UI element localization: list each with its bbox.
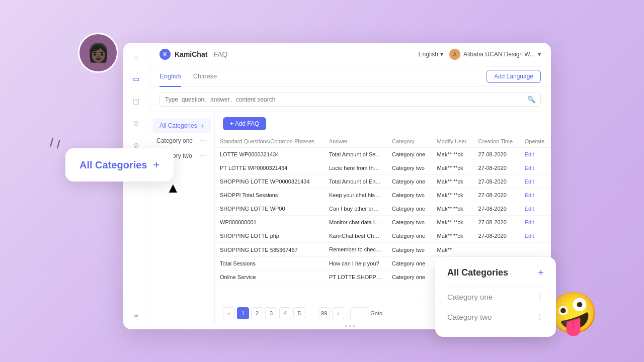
cell-question: SHOPPI Total Sessions bbox=[215, 189, 324, 202]
dot-2 bbox=[349, 325, 351, 327]
cell-time: 27-08-2020 bbox=[473, 229, 520, 243]
table-row: WP000000001 Monitor chat data in real ti… bbox=[215, 216, 551, 229]
page-1-button[interactable]: 1 bbox=[237, 307, 249, 319]
tabs-bar: English Chinese Add Language bbox=[149, 66, 551, 87]
cat-panel-title: All Categories bbox=[447, 267, 508, 278]
cell-category: Category one bbox=[387, 257, 432, 270]
cell-category: Category two bbox=[387, 216, 432, 229]
left-nav: All Categories + Category one ⋯ Category… bbox=[149, 112, 215, 323]
page-4-button[interactable]: 4 bbox=[279, 307, 291, 319]
all-categories-bubble[interactable]: All Categories + bbox=[65, 148, 174, 182]
tab-chinese[interactable]: Chinese bbox=[193, 66, 217, 87]
cell-answer: PT LOTTE SHOPPING INDONESIA bbox=[324, 270, 387, 284]
user-chevron: ▾ bbox=[538, 51, 541, 58]
dot-1 bbox=[345, 325, 347, 327]
cell-answer: Keep your chat history for a long bbox=[324, 189, 387, 202]
add-language-button[interactable]: Add Language bbox=[487, 70, 541, 83]
cell-answer: Monitor chat data in real time bbox=[324, 216, 387, 229]
sidebar-icon-faq[interactable]: ▭ bbox=[130, 73, 142, 85]
avatar-float: 👩🏿 bbox=[78, 33, 118, 73]
page-last-button[interactable]: 99 bbox=[318, 307, 330, 319]
cat-panel-header: All Categories + bbox=[447, 267, 544, 279]
nav-item-all-categories[interactable]: All Categories + bbox=[152, 118, 211, 133]
nav-cat-two-dots[interactable]: ⋯ bbox=[200, 152, 207, 160]
cat-panel-item-two[interactable]: Category two ⋮ bbox=[447, 307, 544, 327]
cat-panel-item-two-dots[interactable]: ⋮ bbox=[536, 312, 544, 322]
cell-operate: Edit bbox=[520, 175, 551, 189]
search-input[interactable] bbox=[165, 96, 524, 103]
tabs-bar-right: Add Language bbox=[487, 70, 541, 83]
language-selector[interactable]: English ▾ bbox=[419, 51, 443, 58]
cat-panel-item-one-dots[interactable]: ⋮ bbox=[536, 292, 544, 302]
edit-link[interactable]: Edit bbox=[525, 178, 534, 185]
cell-category: Category one bbox=[387, 229, 432, 243]
cell-time: 27-08-2020 bbox=[473, 189, 520, 202]
col-user: Modify User bbox=[432, 135, 473, 148]
cell-operate: Edit bbox=[520, 161, 551, 175]
goto-label: Goto bbox=[370, 310, 382, 316]
prev-page-button[interactable]: ‹ bbox=[223, 307, 235, 319]
cell-operate: Edit bbox=[520, 202, 551, 216]
sidebar-icon-users[interactable]: ⊙ bbox=[130, 117, 142, 129]
table-row: SHOPPING LOTTE 535367467 Remember to che… bbox=[215, 243, 551, 257]
brand-logo: K bbox=[159, 49, 171, 60]
nav-cat-one-label: Category one bbox=[156, 137, 200, 144]
edit-link[interactable]: Edit bbox=[525, 192, 534, 198]
edit-link[interactable]: Edit bbox=[525, 165, 534, 171]
edit-link[interactable]: Edit bbox=[525, 219, 534, 225]
table-row: SHOPPING LOTTE php KamiChat best Chatapp… bbox=[215, 229, 551, 243]
cat-panel-item-one-label: Category one bbox=[447, 293, 493, 301]
all-categories-bubble-plus[interactable]: + bbox=[153, 158, 159, 171]
cat-panel-plus-button[interactable]: + bbox=[538, 267, 544, 279]
edit-link[interactable]: Edit bbox=[525, 233, 534, 239]
cell-question: WP000000001 bbox=[215, 216, 324, 229]
col-operate: Operate bbox=[520, 135, 551, 148]
cell-time: 27-08-2020 bbox=[473, 216, 520, 229]
emoji-float: 🤪 bbox=[548, 290, 599, 337]
cell-user: Mak** **ck bbox=[432, 175, 473, 189]
page-5-button[interactable]: 5 bbox=[293, 307, 305, 319]
table-row: SHOPPING LOTTE WP00 Can I buy other bran… bbox=[215, 202, 551, 216]
lang-label: English bbox=[419, 51, 438, 58]
add-faq-button[interactable]: + Add FAQ bbox=[223, 117, 266, 130]
nav-cat-one-dots[interactable]: ⋯ bbox=[200, 137, 207, 145]
decoration-squiggle: | | bbox=[50, 136, 61, 150]
cell-time: 27-08-2020 bbox=[473, 202, 520, 216]
table-row: SHOPPI Total Sessions Keep your chat his… bbox=[215, 189, 551, 202]
cell-user: Mak** **ck bbox=[432, 202, 473, 216]
cell-operate: Edit bbox=[520, 148, 551, 161]
cell-question: Online Service bbox=[215, 270, 324, 284]
cell-answer: How can I help you? bbox=[324, 257, 387, 270]
all-categories-bubble-label: All Categories bbox=[79, 159, 147, 171]
edit-link[interactable]: Edit bbox=[525, 206, 534, 212]
sidebar-icon-home[interactable]: ○ bbox=[130, 51, 142, 63]
cell-category: Category two bbox=[387, 161, 432, 175]
emoji-face: 🤪 bbox=[548, 291, 599, 335]
cat-panel-item-one[interactable]: Category one ⋮ bbox=[447, 287, 544, 307]
page-2-button[interactable]: 2 bbox=[251, 307, 263, 319]
table-row: LOTTE WP0000321434 Total Amount of Serve… bbox=[215, 148, 551, 161]
user-avatar: A bbox=[449, 49, 460, 60]
cell-question: LOTTE WP0000321434 bbox=[215, 148, 324, 161]
goto-input[interactable] bbox=[350, 307, 368, 319]
cell-answer: Total Amount of Ended Sessions bbox=[324, 175, 387, 189]
user-info[interactable]: A Alibaba UCAN Design W... ▾ bbox=[449, 49, 541, 60]
cell-operate: Edit bbox=[520, 216, 551, 229]
edit-link[interactable]: Edit bbox=[525, 151, 534, 157]
cell-category: Category one bbox=[387, 175, 432, 189]
sidebar-icon-menu[interactable]: ≡ bbox=[130, 309, 142, 321]
nav-add-category-button[interactable]: + bbox=[200, 122, 204, 130]
cell-answer: Lucie here from the Intercom sale bbox=[324, 161, 387, 175]
category-panel: All Categories + Category one ⋮ Category… bbox=[435, 257, 556, 337]
cell-question: SHOPPING LOTTE 535367467 bbox=[215, 243, 324, 257]
next-page-button[interactable]: › bbox=[332, 307, 344, 319]
cell-category: Category one bbox=[387, 270, 432, 284]
tab-english[interactable]: English bbox=[159, 66, 181, 87]
search-bar: 🔍 bbox=[149, 87, 551, 112]
sidebar-icon-monitor[interactable]: ◫ bbox=[130, 95, 142, 107]
app-header: K KamiChat FAQ English ▾ A Alibaba UCAN … bbox=[149, 43, 551, 66]
search-input-wrap: 🔍 bbox=[159, 92, 541, 107]
nav-item-cat-one[interactable]: Category one ⋯ bbox=[149, 133, 214, 148]
page-3-button[interactable]: 3 bbox=[265, 307, 277, 319]
col-category: Category bbox=[387, 135, 432, 148]
